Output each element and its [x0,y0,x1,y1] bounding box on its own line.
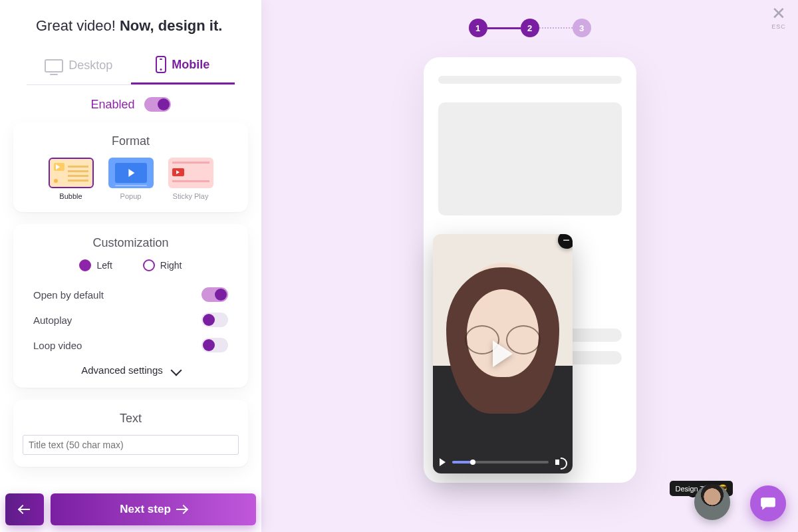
format-options: Bubble Popup Sticky Play [23,158,239,200]
step-track [539,27,573,29]
design-panel: Great video! Now, design it. Desktop Mob… [0,0,261,532]
format-bubble-label: Bubble [45,192,97,200]
autoplay-toggle[interactable] [201,313,228,327]
chat-icon [759,495,777,512]
enabled-label: Enabled [90,98,134,112]
format-sticky-label: Sticky Play [165,192,217,200]
tab-desktop-label: Desktop [68,59,112,72]
position-left-radio[interactable]: Left [79,259,112,271]
play-icon[interactable] [493,340,513,367]
step-3[interactable]: 3 [573,19,591,37]
close-label: ESC [771,23,786,30]
arrow-left-icon [19,509,30,510]
step-indicator: 1 2 3 [261,19,798,37]
page-title: Great video! Now, design it. [36,17,236,35]
tab-mobile-label: Mobile [172,58,209,72]
placeholder-block [438,102,622,215]
placeholder-bar [438,76,622,84]
tab-mobile[interactable]: Mobile [131,49,235,84]
step-track [487,27,521,29]
radio-dot-icon [143,259,155,271]
tips-avatar-button[interactable] [694,484,730,520]
minimize-icon: − [563,234,570,246]
loop-toggle[interactable] [201,338,228,352]
text-title: Text [23,412,239,426]
text-card: Text [13,400,248,467]
video-controls [440,458,566,467]
bubble-minimize-button[interactable]: − [558,234,573,249]
advanced-settings-toggle[interactable]: Advanced settings [23,358,239,376]
position-radio-group: Left Right [23,259,239,271]
open-default-toggle[interactable] [201,287,228,302]
step-1[interactable]: 1 [469,19,487,37]
mobile-icon [156,56,166,73]
step-2[interactable]: 2 [521,19,539,37]
arrow-right-icon [176,509,187,510]
next-step-label: Next step [120,503,171,516]
device-tabs: Desktop Mobile [27,49,235,85]
close-icon: ✕ [771,3,786,23]
loop-label: Loop video [33,340,82,351]
format-sticky-icon [168,158,213,188]
loop-row: Loop video [23,332,239,358]
format-popup-icon [108,158,154,188]
format-popup[interactable]: Popup [105,158,157,200]
volume-icon[interactable] [555,458,566,467]
close-button[interactable]: ✕ ESC [771,7,786,30]
page-title-bold: Now, design it. [120,17,222,34]
video-bubble-preview[interactable]: − [433,234,573,473]
enabled-toggle[interactable] [144,97,171,112]
play-small-icon[interactable] [440,458,446,466]
format-bubble[interactable]: Bubble [45,158,97,200]
chat-launcher-button[interactable] [750,485,786,521]
title-text-input[interactable] [23,435,239,455]
position-right-radio[interactable]: Right [143,259,182,271]
customization-title: Customization [23,236,239,250]
chevron-down-icon [170,364,182,376]
autoplay-row: Autoplay [23,307,239,332]
format-sticky[interactable]: Sticky Play [165,158,217,200]
customization-card: Customization Left Right Open by default… [13,224,248,388]
format-title: Format [23,134,239,148]
enabled-row: Enabled [13,97,248,112]
footer-buttons: Next step [0,488,261,532]
autoplay-label: Autoplay [33,315,72,326]
radio-dot-icon [79,259,91,271]
mobile-preview-frame: − [424,57,636,483]
tab-desktop[interactable]: Desktop [27,49,131,84]
format-popup-label: Popup [105,192,157,200]
back-button[interactable] [5,493,44,525]
desktop-icon [45,59,63,72]
advanced-settings-label: Advanced settings [81,364,163,376]
format-card: Format Bubble Popup Sticky Play [13,122,248,212]
video-progress[interactable] [452,461,549,464]
position-right-label: Right [160,260,182,271]
preview-stage: ✕ ESC 1 2 3 − [261,0,798,532]
page-title-normal: Great video! [36,17,120,34]
format-bubble-icon [49,158,94,188]
open-default-label: Open by default [33,289,104,301]
open-default-row: Open by default [23,282,239,307]
position-left-label: Left [96,260,112,271]
design-panel-scroll[interactable]: Great video! Now, design it. Desktop Mob… [0,0,261,488]
next-step-button[interactable]: Next step [51,493,256,525]
